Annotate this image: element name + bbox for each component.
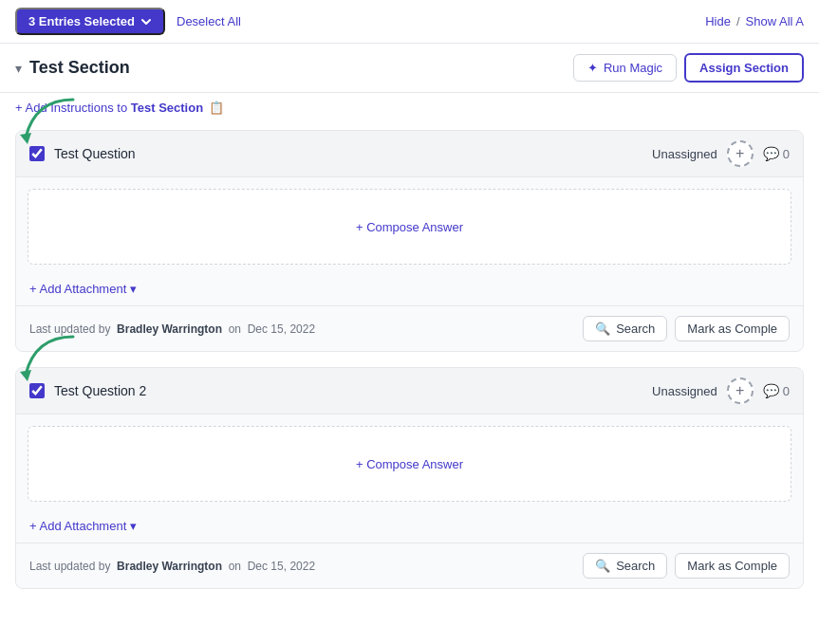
question-header-right-2: Unassigned + 💬 0 [652, 377, 790, 404]
last-updated-prefix-1: Last updated by [29, 322, 110, 336]
run-magic-label: Run Magic [604, 61, 662, 75]
add-instructions-bar: + Add Instructions to Test Section 📋 [0, 93, 819, 122]
add-instructions-link[interactable]: + Add Instructions to Test Section [15, 101, 203, 115]
last-updated-prefix-2: Last updated by [29, 560, 110, 573]
unassigned-status-1: Unassigned [652, 147, 717, 161]
question-checkbox-2[interactable] [29, 383, 45, 398]
chevron-down-icon [140, 16, 152, 28]
top-bar-left: 3 Entries Selected Deselect All [15, 8, 241, 35]
footer-actions-2: 🔍 Search Mark as Comple [583, 553, 790, 579]
last-updated-2: Last updated by Bradley Warrington on De… [29, 560, 315, 573]
deselect-all-button[interactable]: Deselect All [177, 14, 241, 28]
footer-actions-1: 🔍 Search Mark as Comple [583, 316, 790, 341]
section-body: Test Question Unassigned + 💬 0 + Compose… [0, 122, 819, 589]
section-title: Test Section [29, 58, 130, 78]
last-updated-on-word-1: on [229, 322, 241, 336]
answer-area-2: + Compose Answer [28, 426, 791, 502]
last-updated-date-2: Dec 15, 2022 [248, 560, 315, 573]
section-collapse-icon[interactable]: ▾ [15, 61, 22, 76]
assign-section-button[interactable]: Assign Section [684, 53, 804, 83]
last-updated-date-1: Dec 15, 2022 [248, 322, 315, 336]
section-header: ▾ Test Section ✦ Run Magic Assign Sectio… [0, 44, 819, 93]
question-header-1: Test Question Unassigned + 💬 0 [16, 131, 803, 177]
last-updated-author-2: Bradley Warrington [117, 560, 222, 573]
add-instructions-prefix: + Add Instructions to [15, 101, 131, 115]
question-title-2: Test Question 2 [54, 383, 146, 398]
run-magic-button[interactable]: ✦ Run Magic [573, 54, 677, 82]
question-header-left-2: Test Question 2 [29, 383, 146, 398]
search-label-2: Search [616, 559, 655, 573]
add-attachment-1[interactable]: + Add Attachment ▾ [16, 276, 803, 305]
comment-area-1: 💬 0 [763, 146, 790, 161]
question-title-1: Test Question [54, 146, 136, 161]
add-assignee-button-2[interactable]: + [727, 377, 754, 404]
comment-count-2: 0 [783, 384, 790, 398]
divider: / [736, 14, 740, 28]
top-bar-right: Hide / Show All A [705, 14, 804, 28]
question-header-right-1: Unassigned + 💬 0 [652, 140, 790, 167]
section-header-right: ✦ Run Magic Assign Section [573, 53, 804, 83]
question-footer-1: Last updated by Bradley Warrington on De… [16, 305, 803, 351]
mark-complete-button-1[interactable]: Mark as Comple [675, 316, 790, 341]
attachment-chevron-icon-2: ▾ [130, 519, 137, 533]
compose-answer-button-2[interactable]: + Compose Answer [356, 457, 463, 471]
last-updated-author-1: Bradley Warrington [117, 322, 222, 336]
last-updated-on-word-2: on [229, 560, 241, 573]
search-icon-2: 🔍 [595, 559, 610, 573]
add-instructions-section-name: Test Section [131, 101, 203, 115]
question-header-left-1: Test Question [29, 146, 136, 161]
answer-area-1: + Compose Answer [28, 189, 791, 265]
add-assignee-button-1[interactable]: + [727, 140, 754, 167]
question-header-2: Test Question 2 Unassigned + 💬 0 [16, 368, 803, 414]
section-header-left: ▾ Test Section [15, 58, 130, 78]
comment-icon-1: 💬 [763, 146, 779, 161]
search-button-1[interactable]: 🔍 Search [583, 316, 667, 341]
entries-selected-badge[interactable]: 3 Entries Selected [15, 8, 165, 35]
search-icon-1: 🔍 [595, 322, 610, 336]
attachment-chevron-icon-1: ▾ [130, 282, 137, 296]
magic-icon: ✦ [587, 61, 598, 75]
clipboard-icon: 📋 [209, 101, 224, 115]
add-attachment-label-1: + Add Attachment [29, 282, 126, 296]
add-attachment-2[interactable]: + Add Attachment ▾ [16, 513, 803, 543]
entries-selected-label: 3 Entries Selected [28, 14, 135, 28]
question-card-1: Test Question Unassigned + 💬 0 + Compose… [15, 130, 804, 352]
question-footer-2: Last updated by Bradley Warrington on De… [16, 543, 803, 588]
show-all-link[interactable]: Show All A [746, 14, 804, 28]
search-label-1: Search [616, 322, 655, 336]
question-card-2: Test Question 2 Unassigned + 💬 0 + Compo… [15, 367, 804, 589]
mark-complete-button-2[interactable]: Mark as Comple [675, 553, 790, 579]
add-attachment-label-2: + Add Attachment [29, 519, 126, 533]
top-bar: 3 Entries Selected Deselect All Hide / S… [0, 0, 819, 44]
question-checkbox-1[interactable] [29, 146, 45, 161]
last-updated-1: Last updated by Bradley Warrington on De… [29, 322, 315, 336]
compose-answer-button-1[interactable]: + Compose Answer [356, 220, 463, 234]
comment-count-1: 0 [783, 147, 790, 161]
comment-area-2: 💬 0 [763, 383, 790, 398]
unassigned-status-2: Unassigned [652, 384, 717, 398]
search-button-2[interactable]: 🔍 Search [583, 553, 667, 579]
comment-icon-2: 💬 [763, 383, 779, 398]
hide-link[interactable]: Hide [705, 14, 731, 28]
